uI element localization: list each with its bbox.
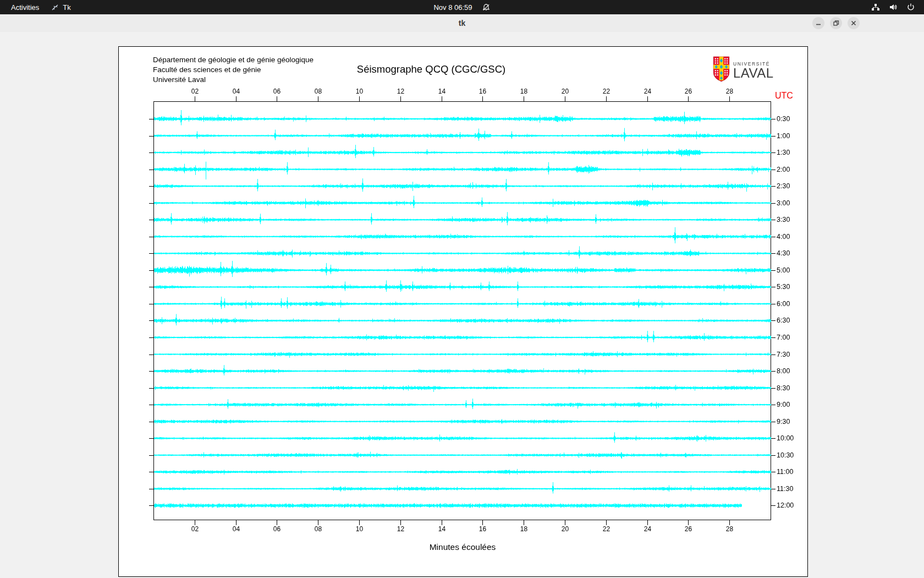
- activities-button[interactable]: Activities: [8, 3, 42, 12]
- focused-app-name: Tk: [63, 3, 70, 12]
- header-line-departement: Département de géologie et de génie géol…: [153, 55, 314, 65]
- system-status-area[interactable]: [871, 3, 915, 12]
- clock: Nov 8 06:59: [433, 3, 472, 12]
- close-button[interactable]: [848, 17, 860, 29]
- seismograph-plot: [119, 47, 807, 576]
- header-line-faculte: Faculté des sciences et de génie: [153, 65, 314, 75]
- tk-app-icon: [51, 3, 59, 11]
- maximize-button[interactable]: [830, 17, 842, 29]
- universite-laval-logo: UNIVERSITÉ LAVAL: [713, 56, 774, 84]
- laval-shield-icon: [713, 56, 730, 84]
- notifications-muted-icon: [482, 3, 491, 12]
- power-icon: [906, 3, 915, 12]
- volume-icon: [889, 3, 898, 12]
- x-axis-label: Minutes écoulées: [430, 542, 496, 552]
- utc-axis-label: UTC: [775, 91, 793, 101]
- seismogram-canvas: Département de géologie et de génie géol…: [118, 46, 808, 577]
- logo-text-laval: LAVAL: [733, 67, 774, 79]
- plot-title: Séismographe QCQ (CGC/GSC): [357, 63, 505, 75]
- gnome-top-bar: Activities Tk Nov 8 06:59: [0, 0, 924, 14]
- focused-app-indicator[interactable]: Tk: [51, 3, 70, 12]
- header-line-universite: Université Laval: [153, 75, 314, 85]
- window-title: tk: [459, 19, 465, 28]
- tk-window-content: Département de géologie et de génie géol…: [0, 32, 924, 578]
- window-titlebar[interactable]: tk: [0, 14, 924, 32]
- clock-group[interactable]: Nov 8 06:59: [433, 3, 490, 12]
- institution-header: Département de géologie et de génie géol…: [153, 55, 314, 85]
- minimize-button[interactable]: [812, 17, 824, 29]
- network-icon: [871, 3, 880, 12]
